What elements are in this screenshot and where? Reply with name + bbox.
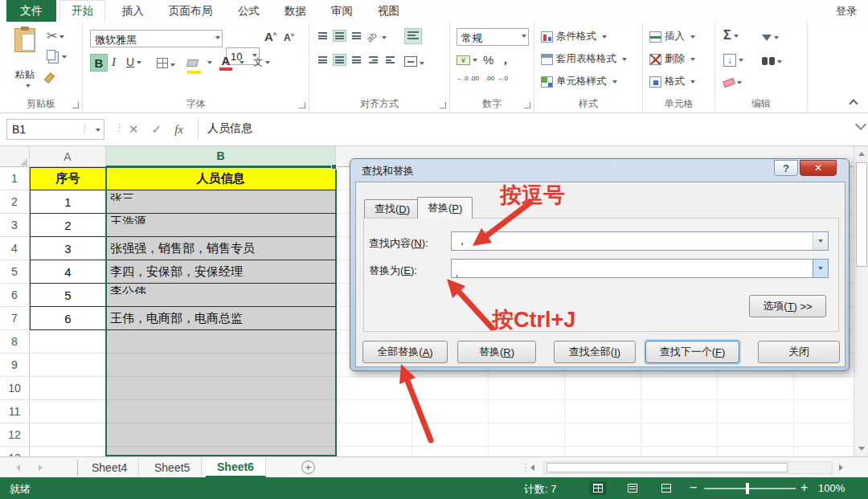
replace-with-combo[interactable]: ,	[451, 259, 829, 278]
cell-b6[interactable]: 李公伟	[106, 284, 336, 307]
sheet-tab-sheet4[interactable]: Sheet4	[80, 457, 139, 477]
sort-filter-button[interactable]	[762, 30, 779, 44]
name-box[interactable]: B1 |	[6, 119, 104, 140]
replace-dropdown-icon[interactable]	[813, 260, 828, 277]
align-center-button[interactable]	[333, 54, 346, 66]
tab-formulas[interactable]: 公式	[227, 0, 271, 22]
horizontal-scroll-thumb[interactable]	[547, 463, 788, 472]
cell-a4[interactable]: 3	[30, 237, 106, 260]
cell-b4[interactable]: 张强强，销售部，销售专员	[106, 237, 336, 260]
increase-indent-button[interactable]	[383, 54, 397, 66]
options-button[interactable]: 选项(T) >>	[749, 295, 826, 317]
copy-icon[interactable]	[47, 49, 67, 63]
cell-b3[interactable]: 王浩源	[106, 214, 336, 237]
format-as-table-button[interactable]: 套用表格格式	[541, 52, 627, 66]
hscroll-left-button[interactable]	[530, 464, 534, 471]
cell-styles-button[interactable]: 单元格样式	[541, 75, 617, 88]
grow-font-button[interactable]: A˄	[264, 30, 277, 43]
formula-bar-splitter[interactable]: ⋮	[114, 121, 125, 133]
hscroll-right-button[interactable]	[839, 464, 843, 471]
accounting-format-icon[interactable]: ¥	[457, 55, 470, 65]
percent-style-button[interactable]: %	[483, 53, 493, 67]
cell-a2[interactable]: 1	[30, 190, 106, 214]
dialog-tab-find[interactable]: 查找(D)	[364, 199, 420, 219]
find-select-button[interactable]	[762, 54, 782, 68]
fill-handle[interactable]	[331, 164, 337, 170]
decrease-decimal-button[interactable]: .00 →.0	[485, 75, 508, 82]
replace-button[interactable]: 替换(R)	[457, 341, 536, 363]
zoom-in-button[interactable]: +	[800, 481, 808, 495]
zoom-slider-track[interactable]	[704, 488, 796, 489]
cut-icon[interactable]: ✂	[47, 28, 64, 43]
font-color-button[interactable]: A	[219, 54, 232, 71]
replace-all-button[interactable]: 全部替换(A)	[362, 341, 448, 363]
vertical-scrollbar[interactable]	[854, 146, 868, 456]
page-layout-view-button[interactable]	[624, 481, 641, 495]
dialog-help-button[interactable]: ?	[774, 160, 798, 176]
zoom-level[interactable]: 100%	[818, 482, 845, 494]
cell-b1[interactable]: 人员信息	[106, 167, 336, 190]
horizontal-scrollbar[interactable]	[543, 461, 833, 474]
sheet-tab-sheet5[interactable]: Sheet5	[143, 457, 202, 477]
zoom-out-button[interactable]: −	[690, 481, 697, 495]
fill-button[interactable]: ↓	[723, 52, 743, 67]
orientation-button[interactable]: ab	[365, 30, 379, 43]
formula-bar-value[interactable]: 人员信息	[207, 121, 252, 136]
decrease-indent-button[interactable]	[366, 54, 380, 66]
find-next-button[interactable]: 查找下一个(F)	[645, 341, 739, 363]
new-sheet-button[interactable]: +	[301, 460, 315, 474]
find-dropdown-icon[interactable]	[813, 232, 828, 250]
cell-a3[interactable]: 2	[30, 214, 106, 237]
align-top-button[interactable]	[316, 30, 330, 42]
scroll-down-button[interactable]	[855, 442, 868, 456]
enter-icon[interactable]: ✓	[152, 122, 162, 137]
column-header-b[interactable]: B	[106, 146, 336, 167]
underline-button[interactable]: U	[126, 55, 141, 68]
align-left-button[interactable]	[316, 54, 330, 66]
normal-view-button[interactable]	[589, 481, 607, 495]
align-bottom-button[interactable]	[350, 30, 363, 42]
scroll-up-button[interactable]	[855, 147, 868, 161]
italic-button[interactable]: I	[112, 54, 116, 69]
fill-color-button[interactable]	[187, 55, 201, 74]
number-format-combo[interactable]: 常规	[457, 28, 529, 46]
close-button[interactable]: 关闭	[758, 341, 840, 363]
alignment-dialog-launcher[interactable]	[440, 102, 446, 108]
tab-view[interactable]: 视图	[366, 0, 411, 22]
tab-scrollbar-splitter[interactable]: ⋮	[521, 462, 530, 473]
autosum-button[interactable]: Σ	[723, 28, 739, 43]
number-dialog-launcher[interactable]	[524, 102, 530, 108]
page-break-view-button[interactable]	[657, 481, 675, 495]
next-sheet-button[interactable]	[39, 464, 43, 471]
delete-cells-button[interactable]: 删除	[649, 52, 695, 66]
format-cells-button[interactable]: 格式	[649, 75, 695, 88]
zoom-slider-thumb[interactable]	[746, 483, 749, 494]
insert-function-icon[interactable]: fx	[174, 123, 183, 137]
sheet-tab-sheet6[interactable]: Sheet6	[206, 457, 266, 477]
cell-a7[interactable]: 6	[30, 307, 106, 330]
align-middle-button[interactable]	[333, 30, 346, 42]
shrink-font-button[interactable]: A˅	[284, 31, 294, 43]
conditional-formatting-button[interactable]: 条件格式	[541, 30, 607, 43]
column-header-a[interactable]: A	[30, 146, 106, 167]
tab-page-layout[interactable]: 页面布局	[158, 0, 223, 22]
tab-file[interactable]: 文件	[6, 0, 56, 22]
cancel-icon[interactable]: ✕	[129, 122, 139, 137]
tab-home[interactable]: 开始	[59, 0, 105, 22]
cell-b2[interactable]: 张三	[106, 190, 336, 214]
collapse-ribbon-button[interactable]	[850, 100, 857, 107]
cell-b7[interactable]: 王伟，电商部，电商总监	[106, 307, 336, 330]
bold-button[interactable]: B	[90, 54, 108, 72]
dialog-close-icon[interactable]: ✕	[800, 160, 837, 176]
align-right-button[interactable]	[350, 54, 363, 66]
cell-a1[interactable]: 序号	[30, 167, 106, 190]
increase-decimal-button[interactable]: ←.0 .00	[457, 75, 479, 82]
wrap-text-button[interactable]	[404, 28, 422, 44]
cell-a5[interactable]: 4	[30, 260, 106, 284]
vertical-scroll-thumb[interactable]	[856, 162, 867, 267]
merge-center-button[interactable]	[404, 55, 424, 70]
select-all-corner[interactable]	[0, 146, 30, 167]
clear-button[interactable]	[723, 75, 742, 89]
comma-style-button[interactable]: ，	[499, 52, 511, 67]
insert-cells-button[interactable]: 插入	[649, 30, 695, 43]
